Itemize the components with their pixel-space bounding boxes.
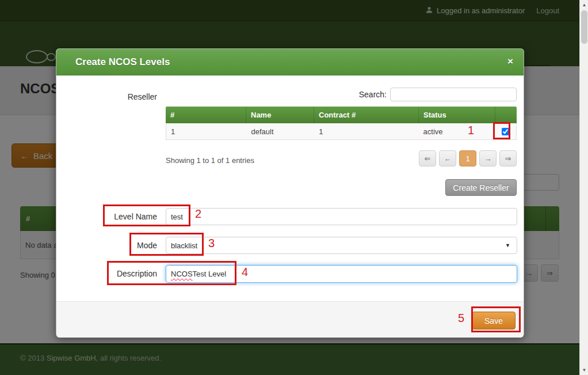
annotation-step-3: 3 bbox=[208, 237, 215, 250]
level-name-input[interactable] bbox=[166, 208, 517, 225]
page: Logged in as administrator Logout sip:wi… bbox=[0, 0, 588, 375]
reseller-label: Reseller bbox=[56, 88, 157, 105]
annotation-box-mode bbox=[129, 233, 204, 256]
modal-title: Create NCOS Levels bbox=[75, 49, 170, 75]
modal-footer: Save bbox=[56, 301, 524, 338]
modal-header: Create NCOS Levels × bbox=[56, 49, 524, 75]
page-1-button[interactable]: 1 bbox=[459, 150, 476, 166]
annotation-box-level-name bbox=[103, 204, 190, 226]
prev-page-button[interactable]: ← bbox=[439, 150, 456, 166]
annotation-box-description bbox=[107, 261, 236, 285]
reseller-table: # Name Contract # Status 1 default 1 act… bbox=[166, 107, 517, 140]
browser-scrollbar[interactable]: ▲ ▼ bbox=[579, 0, 588, 375]
header-status[interactable]: Status bbox=[419, 107, 495, 123]
close-icon[interactable]: × bbox=[507, 56, 513, 67]
next-page-button[interactable]: → bbox=[479, 150, 497, 166]
create-reseller-button[interactable]: Create Reseller bbox=[445, 179, 517, 196]
reseller-search-input[interactable] bbox=[390, 88, 517, 101]
last-page-button[interactable]: ⇒ bbox=[499, 150, 517, 166]
annotation-box-checkbox bbox=[493, 122, 510, 139]
cell-name: default bbox=[247, 123, 315, 139]
search-label: Search: bbox=[344, 88, 387, 101]
annotation-step-4: 4 bbox=[242, 266, 248, 279]
scroll-thumb[interactable] bbox=[581, 10, 587, 44]
create-ncos-levels-modal: Create NCOS Levels × Reseller Search: # … bbox=[56, 48, 524, 337]
scroll-down-button[interactable]: ▼ bbox=[580, 365, 588, 375]
cell-id: 1 bbox=[166, 123, 247, 139]
annotation-step-5: 5 bbox=[458, 312, 464, 325]
mode-select[interactable]: blacklist ▼ bbox=[166, 237, 517, 254]
first-page-button[interactable]: ⇐ bbox=[419, 150, 436, 166]
select-arrow-icon: ▼ bbox=[505, 243, 510, 248]
reseller-pagination: ⇐ ← 1 → ⇒ bbox=[419, 150, 517, 166]
header-id[interactable]: # bbox=[166, 107, 246, 123]
reseller-table-row: 1 default 1 active bbox=[166, 123, 517, 140]
annotation-step-1: 1 bbox=[468, 124, 474, 137]
header-name[interactable]: Name bbox=[246, 107, 314, 123]
annotation-box-save bbox=[471, 306, 521, 332]
showing-entries-text: Showing 1 to 1 of 1 entries bbox=[166, 156, 254, 165]
annotation-step-2: 2 bbox=[195, 207, 201, 221]
reseller-table-header: # Name Contract # Status bbox=[166, 107, 517, 123]
header-select bbox=[495, 107, 517, 123]
scroll-up-button[interactable]: ▲ bbox=[580, 0, 588, 10]
cell-contract: 1 bbox=[314, 123, 418, 139]
header-contract[interactable]: Contract # bbox=[314, 107, 419, 123]
cell-status: active bbox=[419, 123, 495, 139]
